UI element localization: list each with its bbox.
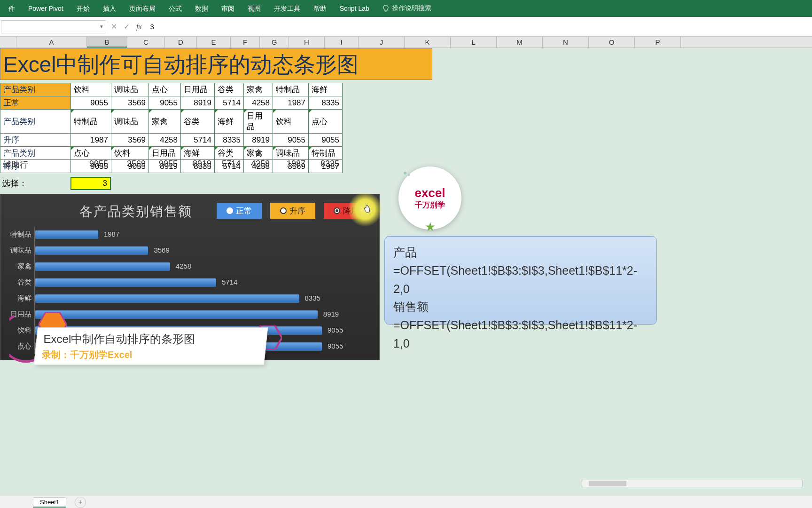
col-header[interactable]: P xyxy=(635,37,681,48)
cell[interactable]: 1987 xyxy=(273,96,309,110)
bar-row: 海鲜8335 xyxy=(34,291,373,306)
cell[interactable]: 9055 xyxy=(309,134,343,147)
cell[interactable]: 饮料 xyxy=(71,83,111,96)
col-header[interactable]: L xyxy=(451,37,497,48)
cell[interactable]: 1987 xyxy=(71,134,111,147)
ribbon-tab[interactable]: 开发工具 xyxy=(267,0,307,17)
col-header[interactable]: I xyxy=(325,37,359,48)
col-header[interactable]: G xyxy=(260,37,289,48)
tell-me-search[interactable]: 操作说明搜索 xyxy=(383,4,431,13)
star-icon: ★ xyxy=(425,220,436,234)
cell[interactable]: 9055 xyxy=(149,96,181,110)
name-box[interactable]: ▼ xyxy=(1,20,106,33)
cell[interactable]: 谷类 xyxy=(181,110,215,134)
col-header[interactable]: N xyxy=(543,37,589,48)
col-header[interactable]: F xyxy=(231,37,260,48)
cell[interactable]: 5714 xyxy=(215,96,244,110)
search-placeholder: 操作说明搜索 xyxy=(392,4,431,13)
col-header[interactable]: M xyxy=(497,37,543,48)
formula-label: 产品 xyxy=(393,243,648,262)
caption-title: Excel中制作自动排序的条形图 xyxy=(44,332,260,347)
cell[interactable]: 谷类 xyxy=(215,83,244,96)
horizontal-scrollbar[interactable] xyxy=(582,480,803,487)
formula-label: 销售额 xyxy=(393,298,648,316)
cell[interactable]: 调味品 xyxy=(111,110,149,134)
cell[interactable]: 8335 xyxy=(215,134,244,147)
col-header[interactable]: C xyxy=(127,37,165,48)
bar xyxy=(35,294,299,303)
worksheet-area[interactable]: Excel中制作可自动排序的动态条形图 产品类别饮料调味品点心日用品谷类家禽特制… xyxy=(0,48,812,500)
ribbon-tab[interactable]: 审阅 xyxy=(215,0,241,17)
cell[interactable]: 8335 xyxy=(309,96,343,110)
formula-bar: ▼ ✕ ✓ fx 3 xyxy=(0,17,812,37)
cell[interactable]: 特制品 xyxy=(273,83,309,96)
sheet-tab[interactable]: Sheet1 xyxy=(33,497,66,508)
lightbulb-icon xyxy=(383,5,389,12)
svg-point-2 xyxy=(404,172,406,175)
ribbon-tab[interactable]: 件 xyxy=(2,0,22,17)
ribbon-tab[interactable]: Script Lab xyxy=(333,0,376,17)
cell[interactable]: 4258 xyxy=(149,134,181,147)
cell[interactable]: 海鲜 xyxy=(309,83,343,96)
row-label: 正常 xyxy=(0,96,71,110)
chevron-down-icon[interactable]: ▼ xyxy=(99,24,104,29)
cell[interactable]: 家禽 xyxy=(149,110,181,134)
cell[interactable]: 9055 xyxy=(273,134,309,147)
cancel-icon[interactable]: ✕ xyxy=(111,22,117,31)
cell[interactable]: 8919 xyxy=(244,134,273,147)
ribbon-tab[interactable]: Power Pivot xyxy=(22,0,70,17)
cell[interactable]: 9055 xyxy=(71,96,111,110)
col-header[interactable]: A xyxy=(16,37,87,48)
sort-option-button[interactable]: 正常 xyxy=(217,203,262,219)
radio-icon xyxy=(226,207,233,214)
row-label: 升序 xyxy=(0,134,71,147)
ribbon-tab[interactable]: 帮助 xyxy=(307,0,333,17)
accept-icon[interactable]: ✓ xyxy=(124,22,130,31)
ribbon-tab[interactable]: 插入 xyxy=(96,0,123,17)
bar-category: 家禽 xyxy=(3,262,31,271)
col-header[interactable]: J xyxy=(359,37,405,48)
fx-icon[interactable]: fx xyxy=(136,23,142,31)
cell[interactable]: 日用品 xyxy=(181,83,215,96)
col-header[interactable]: K xyxy=(405,37,451,48)
ribbon-tab[interactable]: 公式 xyxy=(162,0,188,17)
col-header[interactable]: H xyxy=(289,37,325,48)
bar xyxy=(35,262,170,271)
bar-category: 谷类 xyxy=(3,278,31,287)
col-header[interactable]: E xyxy=(197,37,231,48)
choose-value-cell[interactable]: 3 xyxy=(70,177,111,190)
col-header[interactable]: B xyxy=(87,37,127,48)
cell[interactable]: 点心 xyxy=(309,110,343,134)
bar-value: 8335 xyxy=(305,294,320,302)
cell[interactable]: 4258 xyxy=(244,96,273,110)
col-header[interactable]: D xyxy=(165,37,197,48)
cell[interactable]: 海鲜 xyxy=(215,110,244,134)
bar xyxy=(35,278,216,287)
ribbon-tab[interactable]: 视图 xyxy=(241,0,267,17)
cell[interactable]: 3569 xyxy=(111,96,149,110)
bar xyxy=(35,246,148,255)
svg-point-3 xyxy=(408,174,410,176)
bar-value: 3569 xyxy=(154,246,169,254)
col-header[interactable]: O xyxy=(589,37,635,48)
bar-value: 1987 xyxy=(104,230,119,238)
cell[interactable]: 特制品 xyxy=(71,110,111,134)
cell[interactable]: 家禽 xyxy=(244,83,273,96)
cell[interactable]: 点心 xyxy=(149,83,181,96)
ribbon-tab[interactable]: 页面布局 xyxy=(123,0,162,17)
choose-label: 选择： xyxy=(0,178,70,189)
ribbon-tab[interactable]: 开始 xyxy=(70,0,96,17)
select-all-corner[interactable] xyxy=(0,37,16,48)
ribbon-tab[interactable]: 数据 xyxy=(188,0,215,17)
radio-icon xyxy=(280,207,287,214)
cell[interactable]: 饮料 xyxy=(273,110,309,134)
cell[interactable]: 调味品 xyxy=(111,83,149,96)
add-sheet-button[interactable]: + xyxy=(75,497,86,508)
button-label: 升序 xyxy=(289,206,305,216)
cell[interactable]: 8919 xyxy=(181,96,215,110)
cell[interactable]: 日用品 xyxy=(244,110,273,134)
cell[interactable]: 5714 xyxy=(181,134,215,147)
formula-input[interactable]: 3 xyxy=(146,23,812,31)
sort-option-button[interactable]: 升序 xyxy=(270,203,315,219)
cell[interactable]: 3569 xyxy=(111,134,149,147)
